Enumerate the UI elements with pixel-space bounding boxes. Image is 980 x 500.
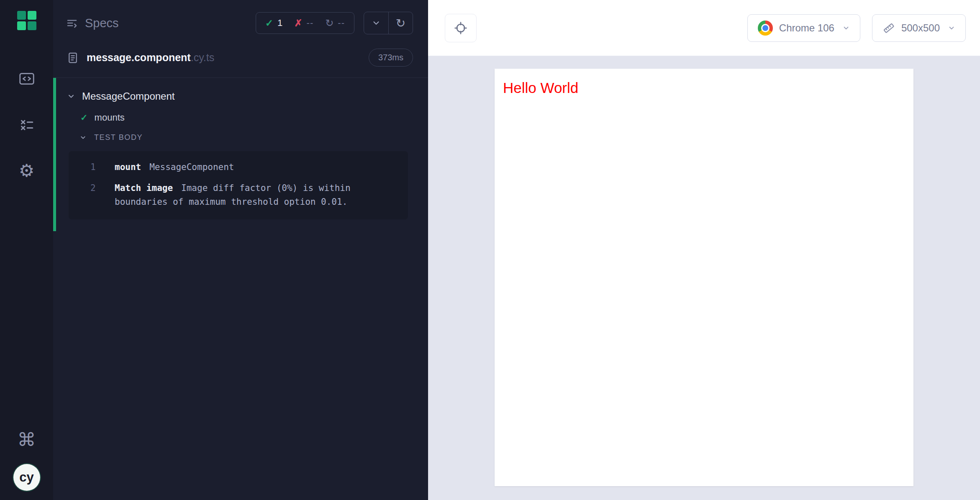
stat-failed: ✗ -- <box>294 18 313 29</box>
test-body-label: TEST BODY <box>94 133 143 142</box>
cypress-logo[interactable]: cy <box>13 464 40 491</box>
spec-file-extension: .cy.ts <box>191 52 214 64</box>
app-logo-icon[interactable] <box>17 11 36 30</box>
code-window-icon[interactable] <box>17 69 37 89</box>
spec-document-icon <box>67 52 79 64</box>
stat-passed: ✓ 1 <box>265 18 283 29</box>
spec-duration-badge: 373ms <box>369 49 413 67</box>
collapse-tests-button[interactable] <box>364 12 388 34</box>
runner-main: Chrome 106 500x500 <box>428 0 980 500</box>
toolbar-right-group: Chrome 106 500x500 <box>747 14 966 42</box>
test-title: mounts <box>95 112 125 123</box>
pending-icon: ↻ <box>325 17 334 29</box>
runner-toolbar: Chrome 106 500x500 <box>428 0 980 56</box>
viewport-dropdown[interactable]: 500x500 <box>872 14 966 42</box>
panel-title: Specs <box>85 16 119 30</box>
pending-count: -- <box>338 18 345 28</box>
command-row: 2 Match imageImage diff factor (0%) is w… <box>69 178 399 213</box>
suite-title: MessageComponent <box>82 90 174 102</box>
run-controls: ↻ <box>364 12 413 34</box>
suite-row[interactable]: MessageComponent <box>56 85 428 107</box>
specs-header: Specs ✓ 1 ✗ -- ↻ -- ↻ <box>53 0 428 44</box>
command-name: Match image <box>115 183 173 193</box>
failed-count: -- <box>307 18 314 28</box>
command-name: mount <box>115 162 141 172</box>
command-text: mountMessageComponent <box>115 160 399 175</box>
ruler-icon <box>883 22 895 34</box>
chevron-down-icon <box>67 92 75 101</box>
nav-rail: ⚙ ⌘ cy <box>0 0 53 500</box>
command-log: 1 mountMessageComponent 2 Match imageIma… <box>69 151 408 219</box>
stat-pending: ↻ -- <box>325 17 345 29</box>
spec-file-row[interactable]: message.component .cy.ts 373ms <box>53 44 428 78</box>
chevron-down-icon <box>842 24 850 32</box>
test-stats: ✓ 1 ✗ -- ↻ -- <box>256 12 354 34</box>
specs-menu-icon[interactable] <box>66 17 78 29</box>
passed-count: 1 <box>277 18 282 28</box>
browser-label: Chrome 106 <box>779 22 834 34</box>
settings-gear-icon[interactable]: ⚙ <box>17 161 37 181</box>
test-row[interactable]: ✓ mounts <box>56 107 428 128</box>
command-detail: MessageComponent <box>149 162 234 172</box>
check-icon: ✓ <box>80 113 88 123</box>
viewport-label: 500x500 <box>901 22 940 34</box>
command-row: 1 mountMessageComponent <box>69 157 399 178</box>
aut-message: Hello World <box>503 80 905 96</box>
x-icon: ✗ <box>294 18 302 29</box>
specs-panel: Specs ✓ 1 ✗ -- ↻ -- ↻ <box>53 0 428 500</box>
keyboard-shortcuts-icon[interactable]: ⌘ <box>17 430 37 450</box>
browser-dropdown[interactable]: Chrome 106 <box>747 14 860 42</box>
chevron-down-icon <box>948 24 955 32</box>
aut-iframe: Hello World <box>495 69 913 486</box>
chevron-down-icon <box>80 134 87 141</box>
aut-viewport-area: Hello World <box>428 56 980 500</box>
rerun-tests-button[interactable]: ↻ <box>388 12 413 34</box>
command-number: 1 <box>69 160 115 175</box>
spec-file-name: message.component <box>87 52 191 64</box>
check-icon: ✓ <box>265 18 273 29</box>
selector-playground-button[interactable] <box>445 14 477 42</box>
chrome-icon <box>758 21 773 36</box>
test-body-section-row[interactable]: TEST BODY <box>56 128 428 148</box>
command-number: 2 <box>69 181 115 209</box>
test-tree: MessageComponent ✓ mounts TEST BODY 1 mo… <box>53 78 428 231</box>
test-list-icon[interactable] <box>17 115 37 135</box>
command-text: Match imageImage diff factor (0%) is wit… <box>115 181 399 209</box>
